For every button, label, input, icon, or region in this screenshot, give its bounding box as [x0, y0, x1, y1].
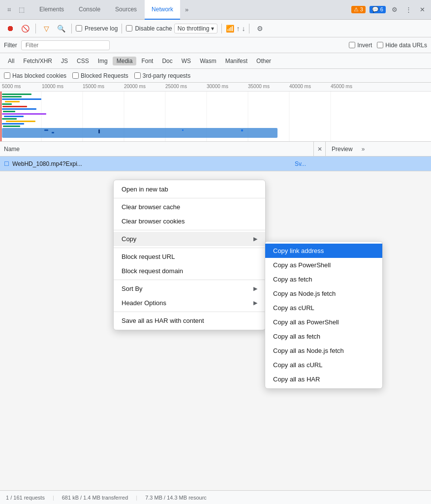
- ctx-block-domain[interactable]: Block request domain: [114, 264, 265, 278]
- clear-button[interactable]: 🚫: [19, 22, 31, 35]
- transferred-size: 681 kB / 1.4 MB transferred: [62, 495, 128, 501]
- tab-bar-right: ⚠ 3 💬 6 ⚙ ⋮ ✕: [351, 5, 427, 15]
- more-columns-icon[interactable]: »: [359, 146, 368, 153]
- ruler-tick-0: 5000 ms: [2, 84, 21, 89]
- ctx-copy[interactable]: Copy ▶: [114, 232, 265, 246]
- throttle-arrow-icon: ▾: [211, 25, 214, 32]
- sub-copy-nodejs-fetch[interactable]: Copy as Node.js fetch: [265, 286, 382, 301]
- timeline-canvas: [0, 92, 431, 142]
- toolbar-sep-1: [35, 24, 36, 33]
- timeline-ruler: 5000 ms 10000 ms 15000 ms 20000 ms 25000…: [0, 83, 431, 92]
- resource-size: 7.3 MB / 14.3 MB resourc: [145, 495, 207, 501]
- type-btn-manifest[interactable]: Manifest: [221, 57, 251, 65]
- toolbar-sep-2: [71, 24, 72, 33]
- invert-checkbox[interactable]: Invert: [349, 42, 372, 49]
- sub-copy-all-fetch[interactable]: Copy all as fetch: [265, 329, 382, 344]
- sub-copy-link[interactable]: Copy link address: [265, 244, 382, 258]
- ruler-tick-2: 15000 ms: [83, 84, 104, 89]
- blocked-requests-check[interactable]: Blocked Requests: [72, 72, 128, 79]
- type-btn-ws[interactable]: WS: [178, 57, 195, 65]
- svg-rect-24: [44, 129, 48, 131]
- filter-checks: Invert Hide data URLs: [349, 42, 427, 49]
- ctx-copy-arrow: ▶: [253, 236, 257, 242]
- svg-rect-28: [241, 129, 243, 131]
- tab-elements[interactable]: Elements: [32, 0, 71, 20]
- ctx-clear-cookies[interactable]: Clear browser cookies: [114, 214, 265, 228]
- preserve-log-checkbox[interactable]: Preserve log: [76, 25, 118, 32]
- filter-input[interactable]: [21, 40, 110, 50]
- svg-rect-19: [2, 118, 17, 120]
- network-row-selected[interactable]: ☐ WebHD_1080.mp4?Expi... Sv...: [0, 157, 431, 171]
- wifi-icon: 📶: [226, 25, 234, 32]
- sub-copy-all-powershell[interactable]: Copy all as PowerShell: [265, 315, 382, 329]
- has-blocked-cookies-check[interactable]: Has blocked cookies: [4, 72, 66, 79]
- type-btn-other[interactable]: Other: [252, 57, 275, 65]
- type-btn-wasm[interactable]: Wasm: [196, 57, 220, 65]
- tab-bar: ⌗ ⬚ Elements Console Sources Network » ⚠…: [0, 0, 431, 20]
- settings-icon[interactable]: ⚙: [390, 5, 400, 15]
- tab-sources[interactable]: Sources: [108, 0, 144, 20]
- svg-rect-26: [98, 129, 100, 133]
- svg-rect-9: [2, 94, 31, 95]
- toolbar-sep-4: [221, 24, 222, 33]
- network-settings-icon[interactable]: ⚙: [253, 22, 266, 35]
- requests-count: 1 / 161 requests: [6, 495, 45, 501]
- file-icon: ☐: [4, 160, 9, 167]
- sub-copy-powershell[interactable]: Copy as PowerShell: [265, 258, 382, 272]
- ctx-sep-3: [114, 248, 265, 248]
- tab-more[interactable]: »: [181, 6, 192, 13]
- ctx-sep-5: [114, 312, 265, 312]
- ruler-tick-4: 25000 ms: [165, 84, 187, 89]
- dock-icon[interactable]: ⌗: [4, 5, 14, 15]
- svg-rect-25: [52, 132, 54, 133]
- record-button[interactable]: ⏺: [4, 22, 17, 35]
- filter-icon[interactable]: ▽: [40, 22, 53, 35]
- sub-copy-fetch[interactable]: Copy as fetch: [265, 272, 382, 286]
- type-btn-doc[interactable]: Doc: [158, 57, 176, 65]
- ctx-open-new-tab[interactable]: Open in new tab: [114, 182, 265, 196]
- svg-rect-10: [2, 96, 22, 97]
- type-btn-img[interactable]: Img: [94, 57, 112, 65]
- warning-badge[interactable]: ⚠ 3: [351, 6, 366, 13]
- search-button[interactable]: 🔍: [55, 22, 67, 35]
- toolbar-sep-5: [249, 24, 249, 33]
- sub-copy-all-har[interactable]: Copy all as HAR: [265, 372, 382, 386]
- ctx-clear-cache[interactable]: Clear browser cache: [114, 200, 265, 214]
- info-badge[interactable]: 💬 6: [369, 6, 386, 13]
- svg-rect-18: [4, 116, 24, 117]
- ctx-sort-by[interactable]: Sort By ▶: [114, 282, 265, 296]
- sub-copy-all-curl[interactable]: Copy all as cURL: [265, 358, 382, 372]
- timeline: 5000 ms 10000 ms 15000 ms 20000 ms 25000…: [0, 83, 431, 142]
- svg-rect-15: [2, 108, 36, 110]
- third-party-check[interactable]: 3rd-party requests: [134, 72, 190, 79]
- ctx-block-url[interactable]: Block request URL: [114, 250, 265, 264]
- disable-cache-checkbox[interactable]: Disable cache: [126, 25, 172, 32]
- tab-network[interactable]: Network: [145, 0, 180, 20]
- sub-copy-all-nodejs-fetch[interactable]: Copy all as Node.js fetch: [265, 344, 382, 358]
- type-btn-media[interactable]: Media: [113, 57, 137, 65]
- svg-rect-11: [2, 98, 41, 100]
- ctx-header-arrow: ▶: [253, 300, 257, 306]
- ctx-sep-4: [114, 280, 265, 280]
- type-btn-all[interactable]: All: [4, 57, 18, 65]
- ctx-save-har[interactable]: Save all as HAR with content: [114, 314, 265, 328]
- ctx-header-options[interactable]: Header Options ▶: [114, 296, 265, 310]
- layers-icon[interactable]: ⬚: [17, 5, 27, 15]
- toolbar-sep-3: [122, 24, 122, 33]
- type-btn-font[interactable]: Font: [137, 57, 157, 65]
- panel-close-icon[interactable]: ✕: [314, 142, 326, 156]
- close-devtools-icon[interactable]: ✕: [417, 5, 427, 15]
- status-bar: 1 / 161 requests | 681 kB / 1.4 MB trans…: [0, 490, 431, 504]
- ruler-tick-7: 40000 ms: [289, 84, 311, 89]
- network-row-suffix: Sv...: [295, 160, 310, 167]
- type-btn-js[interactable]: JS: [57, 57, 72, 65]
- hide-data-urls-checkbox[interactable]: Hide data URLs: [377, 42, 427, 49]
- type-btn-css[interactable]: CSS: [73, 57, 93, 65]
- more-options-icon[interactable]: ⋮: [403, 5, 413, 15]
- sub-copy-curl[interactable]: Copy as cURL: [265, 301, 382, 315]
- tab-console[interactable]: Console: [72, 0, 107, 20]
- throttle-select[interactable]: No throttling ▾: [174, 24, 218, 33]
- type-btn-fetch-xhr[interactable]: Fetch/XHR: [19, 57, 56, 65]
- svg-rect-16: [3, 111, 15, 112]
- preview-column-header[interactable]: Preview: [326, 146, 359, 153]
